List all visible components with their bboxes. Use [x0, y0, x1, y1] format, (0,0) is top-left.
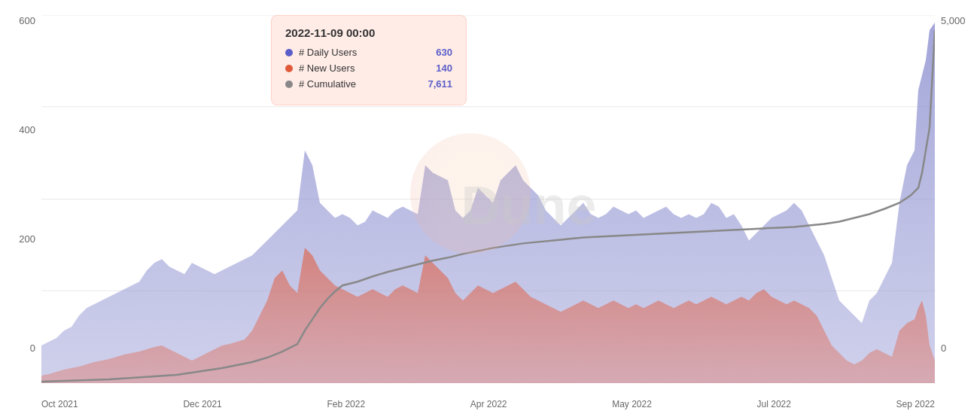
tooltip-row-new-users: # New Users 140 [285, 62, 452, 74]
chart-container: 600 400 200 0 5,000 0 Dune [0, 0, 980, 417]
x-label-may2022: May 2022 [612, 399, 652, 409]
y-label-600: 600 [19, 15, 35, 26]
x-label-oct2021: Oct 2021 [41, 399, 78, 409]
tooltip-dot-new-users [285, 65, 293, 72]
x-label-feb2022: Feb 2022 [327, 399, 365, 409]
chart-svg [41, 15, 935, 383]
tooltip-label-daily-users: # Daily Users [299, 47, 413, 58]
y-label-400: 400 [19, 124, 35, 135]
y-right-5000: 5,000 [941, 15, 966, 26]
chart-area: Dune [41, 15, 935, 383]
tooltip-dot-daily-users [285, 49, 293, 56]
x-label-sep2022: Sep 2022 [896, 399, 935, 409]
y-axis-right: 5,000 0 [935, 0, 980, 384]
tooltip-value-cumulative: 7,611 [428, 78, 452, 90]
y-label-0: 0 [30, 342, 35, 354]
tooltip-label-new-users: # New Users [299, 62, 413, 74]
x-axis: Oct 2021 Dec 2021 Feb 2022 Apr 2022 May … [41, 399, 935, 409]
x-label-jul2022: Jul 2022 [757, 399, 791, 409]
tooltip-timestamp: 2022-11-09 00:00 [285, 26, 452, 39]
x-label-dec2021: Dec 2021 [183, 399, 221, 409]
tooltip-row-cumulative: # Cumulative 7,611 [285, 78, 452, 90]
y-right-0: 0 [941, 342, 946, 354]
tooltip-label-cumulative: # Cumulative [299, 78, 405, 90]
tooltip-dot-cumulative [285, 81, 293, 88]
y-label-200: 200 [19, 233, 35, 245]
y-axis-left: 600 400 200 0 [0, 0, 41, 384]
tooltip-value-daily-users: 630 [436, 47, 452, 58]
tooltip-value-new-users: 140 [436, 62, 452, 74]
chart-tooltip: 2022-11-09 00:00 # Daily Users 630 # New… [271, 15, 467, 105]
x-label-apr2022: Apr 2022 [470, 399, 507, 409]
tooltip-row-daily-users: # Daily Users 630 [285, 47, 452, 58]
